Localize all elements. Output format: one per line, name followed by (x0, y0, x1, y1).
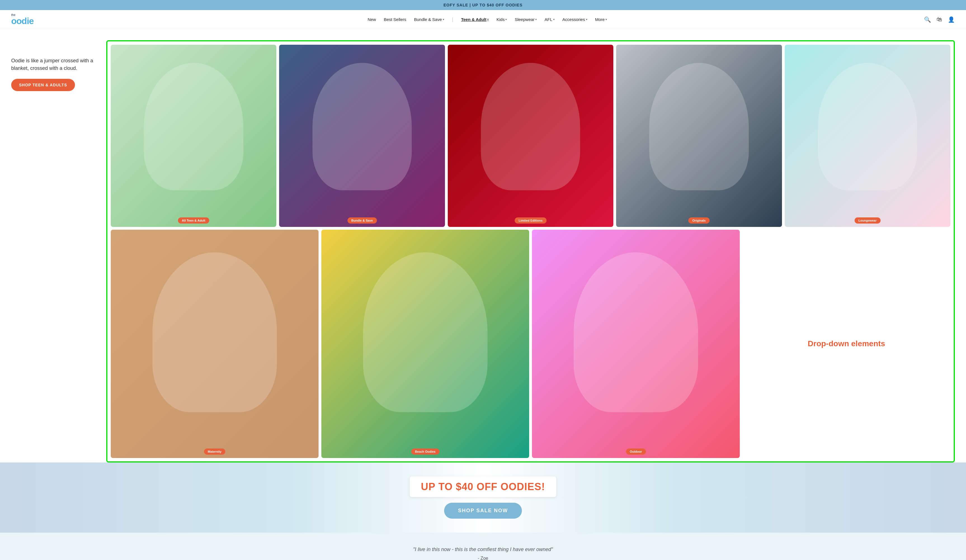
testimonial-author: - Zoe (11, 556, 955, 560)
dropdown-panel: All Teen & Adult Bundle & Save Limited E… (106, 40, 955, 462)
testimonial-quote: "I live in this now - this is the comfie… (11, 547, 955, 552)
nav-teen-adult[interactable]: Teen & Adult ▾ (461, 17, 489, 22)
logo[interactable]: the oodie (11, 13, 34, 25)
nav-separator: | (452, 16, 453, 22)
dropdown-note: Drop-down elements (743, 230, 950, 458)
sale-badge: UP TO $40 OFF OODIES! (410, 476, 556, 497)
nav-afl[interactable]: AFL ▾ (545, 17, 555, 22)
chevron-down-icon-2: ▾ (487, 18, 489, 21)
category-originals[interactable]: Originals (616, 45, 782, 227)
nav-best-sellers[interactable]: Best Sellers (384, 17, 406, 22)
category-label-loungewear: Loungewear (854, 218, 881, 224)
category-label-all-teen-adult: All Teen & Adult (178, 218, 209, 224)
nav-links: New Best Sellers Bundle & Save ▾ | Teen … (50, 16, 924, 22)
nav-new[interactable]: New (368, 17, 376, 22)
category-grid-top: All Teen & Adult Bundle & Save Limited E… (111, 45, 950, 227)
left-panel: Oodie is like a jumper crossed with a bl… (11, 40, 95, 91)
sale-headline: UP TO $40 OFF OODIES! (421, 481, 545, 493)
chevron-down-icon-4: ▾ (535, 18, 537, 21)
category-maternity[interactable]: Maternity (111, 230, 319, 458)
logo-oodie: oodie (11, 16, 34, 25)
category-outdoor[interactable]: Outdoor (532, 230, 740, 458)
top-banner: EOFY SALE | UP TO $40 OFF OODIES (0, 0, 966, 10)
search-icon[interactable]: 🔍 (924, 16, 931, 23)
category-label-limited-editions: Limited Editions (514, 218, 547, 224)
nav-more[interactable]: More ▾ (595, 17, 607, 22)
shop-sale-button[interactable]: SHOP SALE NOW (444, 503, 522, 519)
category-grid-bottom: Maternity Beach Oodies Outdoor Drop-down… (111, 230, 950, 458)
sale-section: UP TO $40 OFF OODIES! SHOP SALE NOW (0, 462, 966, 533)
chevron-down-icon: ▾ (443, 18, 444, 21)
testimonial-section: "I live in this now - this is the comfie… (0, 533, 966, 560)
category-label-beach-oodies: Beach Oodies (411, 449, 439, 455)
category-all-teen-adult[interactable]: All Teen & Adult (111, 45, 276, 227)
nav-accessories[interactable]: Accessories ▾ (562, 17, 587, 22)
nav-icons: 🔍 🛍 👤 (924, 16, 955, 23)
shop-teen-adults-button[interactable]: SHOP TEEN & ADULTS (11, 79, 75, 91)
hero-tagline: Oodie is like a jumper crossed with a bl… (11, 57, 95, 72)
nav-bundle-save[interactable]: Bundle & Save ▾ (414, 17, 444, 22)
category-limited-editions[interactable]: Limited Editions (448, 45, 613, 227)
navigation: the oodie New Best Sellers Bundle & Save… (0, 10, 966, 29)
category-beach-oodies[interactable]: Beach Oodies (321, 230, 529, 458)
category-loungewear[interactable]: Loungewear (785, 45, 950, 227)
category-bundle-save[interactable]: Bundle & Save (279, 45, 445, 227)
chevron-down-icon-6: ▾ (586, 18, 587, 21)
nav-sleepwear[interactable]: Sleepwear ▾ (514, 17, 537, 22)
chevron-down-icon-7: ▾ (606, 18, 607, 21)
account-icon[interactable]: 👤 (948, 16, 955, 23)
category-label-originals: Originals (688, 218, 710, 224)
chevron-down-icon-3: ▾ (505, 18, 507, 21)
category-label-maternity: Maternity (204, 449, 225, 455)
main-content: Oodie is like a jumper crossed with a bl… (0, 29, 966, 462)
chevron-down-icon-5: ▾ (553, 18, 555, 21)
cart-icon[interactable]: 🛍 (936, 16, 942, 23)
category-label-outdoor: Outdoor (626, 449, 646, 455)
category-label-bundle-save: Bundle & Save (347, 218, 377, 224)
nav-kids[interactable]: Kids ▾ (496, 17, 507, 22)
